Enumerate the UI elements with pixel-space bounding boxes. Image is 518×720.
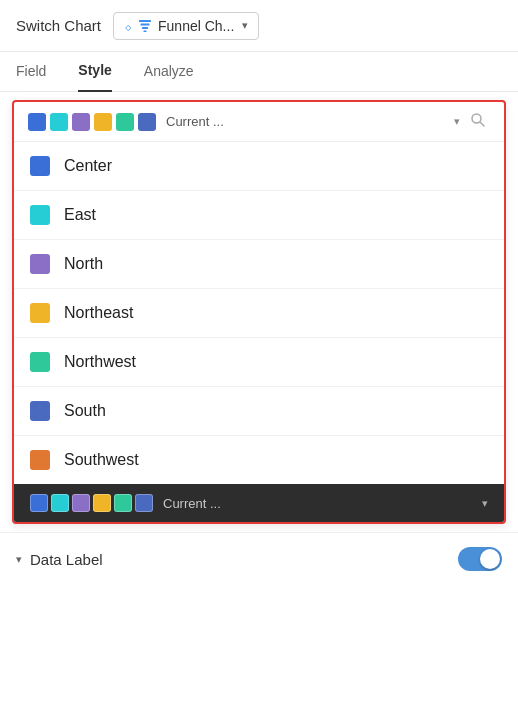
region-color-northwest — [30, 352, 50, 372]
chart-name-label: Funnel Ch... — [158, 18, 234, 34]
bottom-color-bar[interactable]: Current ... ▾ — [14, 484, 504, 522]
svg-rect-2 — [142, 27, 148, 29]
region-name-north: North — [64, 255, 103, 273]
region-item-northwest[interactable]: Northwest — [14, 338, 504, 387]
chart-type-dropdown[interactable]: ⬦ Funnel Ch... ▾ — [113, 12, 259, 40]
app-container: Switch Chart ⬦ Funnel Ch... ▾ Field Styl… — [0, 0, 518, 720]
swatch-northeast — [94, 113, 112, 131]
region-item-center[interactable]: Center — [14, 142, 504, 191]
tab-analyze[interactable]: Analyze — [144, 52, 194, 92]
svg-rect-3 — [144, 30, 147, 32]
region-item-southwest[interactable]: Southwest — [14, 436, 504, 484]
search-icon — [470, 112, 486, 128]
toggle-knob — [480, 549, 500, 569]
region-list: Center East North Northeast Northwest So… — [14, 142, 504, 484]
region-name-east: East — [64, 206, 96, 224]
swatch-center — [28, 113, 46, 131]
region-color-northeast — [30, 303, 50, 323]
header-bar: Switch Chart ⬦ Funnel Ch... ▾ — [0, 0, 518, 52]
selector-caret: ▾ — [454, 115, 460, 128]
bottom-swatch-5 — [114, 494, 132, 512]
region-name-northwest: Northwest — [64, 353, 136, 371]
swatch-northwest — [116, 113, 134, 131]
switch-chart-label: Switch Chart — [16, 17, 101, 34]
bottom-swatch-3 — [72, 494, 90, 512]
region-color-north — [30, 254, 50, 274]
region-item-northeast[interactable]: Northeast — [14, 289, 504, 338]
bottom-swatches — [30, 494, 153, 512]
bottom-swatch-1 — [30, 494, 48, 512]
bottom-caret: ▾ — [482, 497, 488, 510]
funnel-chart-icon — [138, 19, 152, 33]
svg-rect-1 — [141, 23, 150, 25]
region-color-center — [30, 156, 50, 176]
region-item-north[interactable]: North — [14, 240, 504, 289]
color-swatches-top — [28, 113, 156, 131]
region-name-south: South — [64, 402, 106, 420]
selector-label: Current ... — [166, 114, 448, 129]
funnel-icon: ⬦ — [124, 18, 132, 34]
tab-style[interactable]: Style — [78, 52, 111, 92]
region-item-east[interactable]: East — [14, 191, 504, 240]
region-name-center: Center — [64, 157, 112, 175]
region-color-south — [30, 401, 50, 421]
swatch-north — [72, 113, 90, 131]
region-color-panel: Current ... ▾ Center East North — [12, 100, 506, 524]
region-color-southwest — [30, 450, 50, 470]
svg-line-5 — [480, 122, 484, 126]
bottom-label: Current ... — [163, 496, 476, 511]
region-name-northeast: Northeast — [64, 304, 133, 322]
region-name-southwest: Southwest — [64, 451, 139, 469]
color-selector-bar[interactable]: Current ... ▾ — [14, 102, 504, 142]
bottom-swatch-4 — [93, 494, 111, 512]
bottom-swatch-2 — [51, 494, 69, 512]
bottom-swatch-6 — [135, 494, 153, 512]
data-label-expand-icon[interactable]: ▾ — [16, 553, 22, 566]
swatch-east — [50, 113, 68, 131]
svg-rect-0 — [139, 20, 151, 22]
data-label-text: Data Label — [30, 551, 458, 568]
tab-row: Field Style Analyze — [0, 52, 518, 92]
search-button[interactable] — [466, 112, 490, 131]
data-label-toggle[interactable] — [458, 547, 502, 571]
region-item-south[interactable]: South — [14, 387, 504, 436]
region-color-east — [30, 205, 50, 225]
data-label-row: ▾ Data Label — [0, 532, 518, 585]
chart-dropdown-arrow: ▾ — [242, 19, 248, 32]
tab-field[interactable]: Field — [16, 52, 46, 92]
swatch-south — [138, 113, 156, 131]
